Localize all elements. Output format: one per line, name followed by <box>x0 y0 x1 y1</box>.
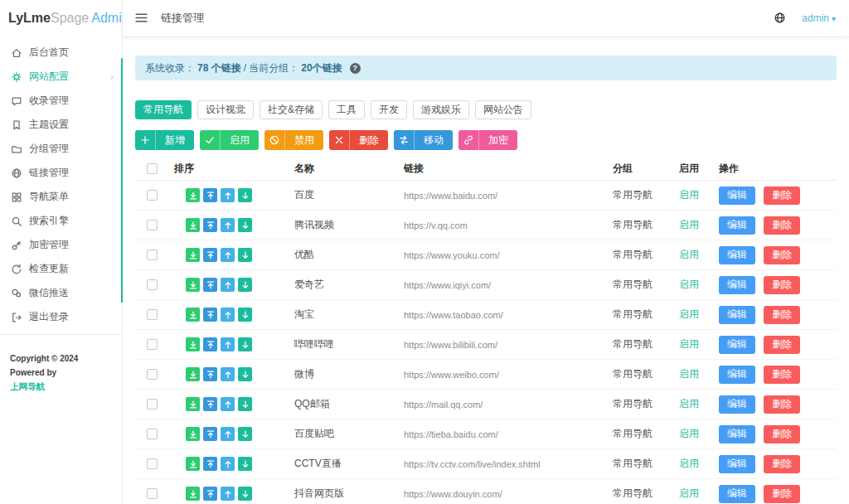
sort-down-button[interactable] <box>238 278 252 292</box>
sort-up-button[interactable] <box>221 427 235 441</box>
row-checkbox[interactable] <box>147 488 158 499</box>
link-enabled-toggle[interactable]: 启用 <box>679 457 719 471</box>
sort-to-bottom-button[interactable] <box>186 218 200 232</box>
delete-button[interactable]: 删除 <box>764 425 800 443</box>
sort-to-bottom-button[interactable] <box>186 278 200 292</box>
sort-to-top-button[interactable] <box>203 487 217 501</box>
group-tab[interactable]: 网站公告 <box>475 100 531 119</box>
delete-button[interactable]: 删除 <box>764 395 800 414</box>
sort-down-button[interactable] <box>238 337 252 351</box>
sort-to-bottom-button[interactable] <box>186 308 200 322</box>
row-checkbox[interactable] <box>147 250 158 260</box>
sort-to-top-button[interactable] <box>203 248 217 262</box>
sidebar-item-site-config[interactable]: 网站配置 <box>0 65 122 89</box>
sort-to-bottom-button[interactable] <box>186 427 200 441</box>
sort-up-button[interactable] <box>221 218 235 232</box>
link-enabled-toggle[interactable]: 启用 <box>679 397 719 411</box>
move-button[interactable]: 移动 <box>394 130 453 150</box>
sort-to-bottom-button[interactable] <box>186 188 200 202</box>
delete-button[interactable]: 删除 <box>764 455 800 473</box>
sort-to-top-button[interactable] <box>203 218 217 232</box>
encrypt-button[interactable]: 加密 <box>458 130 517 150</box>
sort-up-button[interactable] <box>221 397 235 411</box>
sidebar-scrollbar[interactable] <box>121 58 123 303</box>
sort-to-top-button[interactable] <box>203 427 217 441</box>
edit-button[interactable]: 编辑 <box>719 216 755 235</box>
edit-button[interactable]: 编辑 <box>719 425 755 443</box>
edit-button[interactable]: 编辑 <box>719 246 755 264</box>
link-enabled-toggle[interactable]: 启用 <box>679 308 719 322</box>
row-checkbox[interactable] <box>147 190 158 201</box>
sort-to-top-button[interactable] <box>203 397 217 411</box>
sort-down-button[interactable] <box>238 367 252 381</box>
sort-to-bottom-button[interactable] <box>186 457 200 471</box>
edit-button[interactable]: 编辑 <box>719 485 755 503</box>
hamburger-icon[interactable] <box>134 11 149 26</box>
sidebar-item-encrypt[interactable]: 加密管理 <box>0 233 122 257</box>
edit-button[interactable]: 编辑 <box>719 395 755 414</box>
delete-button[interactable]: 删除 <box>764 216 800 235</box>
disable-button[interactable]: 禁用 <box>264 130 323 150</box>
sort-up-button[interactable] <box>221 337 235 351</box>
sidebar-item-search-engine[interactable]: 搜索引擎 <box>0 209 122 233</box>
copyright-link[interactable]: 上网导航 <box>10 380 114 395</box>
group-tab[interactable]: 常用导航 <box>135 100 192 119</box>
sidebar-item-theme[interactable]: 主题设置 <box>0 113 122 137</box>
group-tab[interactable]: 工具 <box>328 100 365 119</box>
sidebar-item-wechat[interactable]: 微信推送 <box>0 281 122 305</box>
row-checkbox[interactable] <box>147 309 158 320</box>
delete-button[interactable]: 删除 <box>764 366 800 384</box>
group-tab[interactable]: 游戏娱乐 <box>413 100 469 119</box>
add-button[interactable]: 新增 <box>135 130 194 150</box>
brand-logo[interactable]: LyLmeSpageAdmin <box>0 0 122 37</box>
link-enabled-toggle[interactable]: 启用 <box>679 337 719 351</box>
sort-down-button[interactable] <box>238 487 252 501</box>
row-checkbox[interactable] <box>147 220 158 230</box>
select-all-checkbox[interactable] <box>147 163 158 174</box>
sort-to-bottom-button[interactable] <box>186 397 200 411</box>
edit-button[interactable]: 编辑 <box>719 306 755 324</box>
edit-button[interactable]: 编辑 <box>719 366 755 384</box>
row-checkbox[interactable] <box>147 369 158 380</box>
sort-up-button[interactable] <box>221 308 235 322</box>
sort-down-button[interactable] <box>238 188 252 202</box>
sidebar-item-link[interactable]: 链接管理 <box>0 161 122 185</box>
user-menu[interactable]: admin <box>802 12 836 24</box>
sort-to-top-button[interactable] <box>203 337 217 351</box>
sidebar-item-collect[interactable]: 收录管理 <box>0 89 122 113</box>
help-icon[interactable] <box>350 63 361 74</box>
link-enabled-toggle[interactable]: 启用 <box>679 427 719 441</box>
row-checkbox[interactable] <box>147 339 158 350</box>
sort-down-button[interactable] <box>238 308 252 322</box>
sort-down-button[interactable] <box>238 397 252 411</box>
sort-up-button[interactable] <box>221 367 235 381</box>
delete-button[interactable]: 删除 <box>329 130 388 150</box>
edit-button[interactable]: 编辑 <box>719 276 755 294</box>
sort-to-top-button[interactable] <box>203 367 217 381</box>
delete-button[interactable]: 删除 <box>764 246 800 264</box>
link-enabled-toggle[interactable]: 启用 <box>679 248 719 262</box>
sort-to-top-button[interactable] <box>203 308 217 322</box>
sort-to-bottom-button[interactable] <box>186 337 200 351</box>
sort-down-button[interactable] <box>238 427 252 441</box>
edit-button[interactable]: 编辑 <box>719 455 755 473</box>
sort-down-button[interactable] <box>238 248 252 262</box>
delete-button[interactable]: 删除 <box>764 306 800 324</box>
row-checkbox[interactable] <box>147 458 158 469</box>
delete-button[interactable]: 删除 <box>764 187 800 205</box>
link-enabled-toggle[interactable]: 启用 <box>679 278 719 292</box>
group-tab[interactable]: 开发 <box>371 100 407 119</box>
sidebar-item-update[interactable]: 检查更新 <box>0 257 122 281</box>
link-enabled-toggle[interactable]: 启用 <box>679 188 719 202</box>
sort-up-button[interactable] <box>221 487 235 501</box>
group-tab[interactable]: 设计视觉 <box>197 100 254 119</box>
sidebar-item-logout[interactable]: 退出登录 <box>0 305 122 329</box>
sort-to-bottom-button[interactable] <box>186 248 200 262</box>
delete-button[interactable]: 删除 <box>764 485 800 503</box>
sort-up-button[interactable] <box>221 248 235 262</box>
edit-button[interactable]: 编辑 <box>719 336 755 354</box>
sort-up-button[interactable] <box>221 457 235 471</box>
row-checkbox[interactable] <box>147 279 158 290</box>
edit-button[interactable]: 编辑 <box>719 187 755 205</box>
sort-down-button[interactable] <box>238 218 252 232</box>
